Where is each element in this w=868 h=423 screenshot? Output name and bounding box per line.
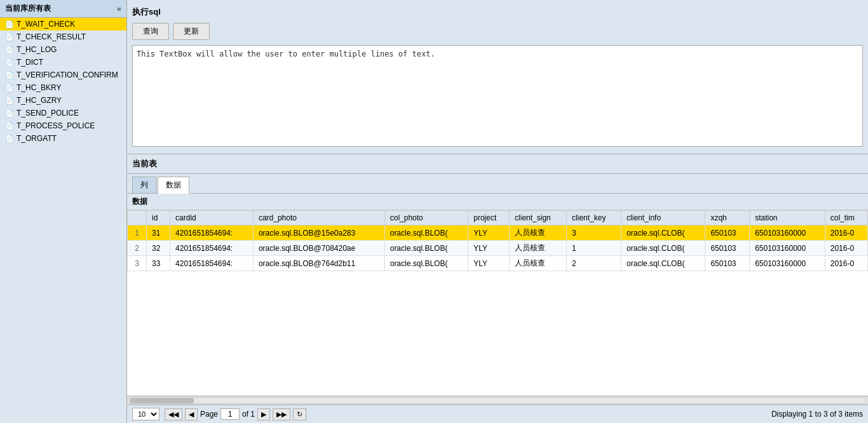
current-table-section: 当前表 列 数据 数据 id cardid card_photo col_pho… [127, 154, 868, 423]
sidebar-item-label: T_DICT [17, 58, 43, 67]
cell-col_tim: 2016-0 [825, 225, 867, 241]
cell-cardid: 4201651854694: [170, 225, 254, 241]
sidebar-item-label: T_ORGATT [17, 134, 57, 143]
cell-cardid: 4201651854694: [170, 241, 254, 256]
cell-col_tim: 2016-0 [825, 241, 867, 256]
cell-card_photo: oracle.sql.BLOB@764d2b11 [253, 256, 384, 271]
col-header-rownum [128, 211, 147, 225]
scrollbar-track [130, 398, 865, 404]
sidebar-item-label: T_HC_LOG [17, 45, 57, 54]
execute-sql-section: 执行sql 查询 更新 This TextBox will allow the … [127, 0, 868, 154]
page-of-label: of 1 [242, 410, 255, 419]
last-page-btn[interactable]: ▶▶ [273, 408, 290, 420]
cell-col_photo: oracle.sql.BLOB( [384, 241, 468, 256]
table-icon: 📄 [5, 58, 14, 67]
table-icon: 📄 [5, 135, 14, 143]
cell-rownum: 1 [128, 225, 147, 241]
table-icon: 📄 [5, 71, 14, 79]
cell-id: 33 [147, 256, 170, 271]
table-icon: 📄 [5, 97, 14, 105]
sidebar-item-t_send_police[interactable]: 📄T_SEND_POLICE [0, 107, 126, 119]
cell-col_photo: oracle.sql.BLOB( [384, 256, 468, 271]
pagination-status: Displaying 1 to 3 of 3 items [771, 410, 863, 419]
cell-col_photo: oracle.sql.BLOB( [384, 225, 468, 241]
sidebar-item-label: T_VERIFICATION_CONFIRM [17, 70, 118, 79]
sidebar-item-t_dict[interactable]: 📄T_DICT [0, 56, 126, 69]
data-section-label: 数据 [127, 194, 868, 210]
sidebar-title: 当前库所有表 [5, 3, 51, 14]
scrollbar-thumb[interactable] [130, 398, 194, 403]
cell-project: YLY [468, 225, 510, 241]
cell-xzqh: 650103 [705, 225, 750, 241]
sidebar-item-t_hc_gzry[interactable]: 📄T_HC_GZRY [0, 94, 126, 107]
sidebar-item-label: T_SEND_POLICE [17, 109, 79, 117]
cell-xzqh: 650103 [705, 241, 750, 256]
col-header-station: station [750, 211, 825, 225]
cell-col_tim: 2016-0 [825, 256, 867, 271]
sidebar-list: 📄T_WAIT_CHECK📄T_CHECK_RESULT📄T_HC_LOG📄T_… [0, 18, 126, 423]
page-input[interactable] [220, 408, 240, 420]
tab-data[interactable]: 数据 [158, 177, 189, 194]
col-header-xzqh: xzqh [705, 211, 750, 225]
col-header-id: id [147, 211, 170, 225]
sidebar-item-t_orgatt[interactable]: 📄T_ORGATT [0, 132, 126, 145]
table-icon: 📄 [5, 46, 14, 54]
table-icon: 📄 [5, 122, 14, 130]
sidebar-item-t_wait_check[interactable]: 📄T_WAIT_CHECK [0, 18, 126, 30]
sidebar-header: 当前库所有表 « [0, 0, 126, 18]
cell-cardid: 4201651854694: [170, 256, 254, 271]
sidebar-item-t_process_police[interactable]: 📄T_PROCESS_POLICE [0, 119, 126, 132]
refresh-btn[interactable]: ↻ [293, 408, 306, 420]
table-header: id cardid card_photo col_photo project c… [128, 211, 868, 225]
cell-rownum: 3 [128, 256, 147, 271]
horizontal-scrollbar[interactable] [127, 396, 868, 405]
prev-page-btn[interactable]: ◀ [185, 408, 198, 420]
query-button[interactable]: 查询 [132, 23, 169, 40]
next-page-btn[interactable]: ▶ [257, 408, 270, 420]
sidebar-item-t_verification_confirm[interactable]: 📄T_VERIFICATION_CONFIRM [0, 69, 126, 81]
table-body: 1 31 4201651854694: oracle.sql.BLOB@15e0… [128, 225, 868, 271]
col-header-col_tim: col_tim [825, 211, 867, 225]
tabs: 列 数据 [127, 174, 868, 194]
col-header-client_info: client_info [621, 211, 705, 225]
first-page-btn[interactable]: ◀◀ [165, 408, 182, 420]
page-label: Page [200, 410, 218, 419]
cell-client_sign: 人员核查 [510, 256, 567, 271]
col-header-project: project [468, 211, 510, 225]
sidebar: 当前库所有表 « 📄T_WAIT_CHECK📄T_CHECK_RESULT📄T_… [0, 0, 127, 423]
sidebar-item-t_hc_log[interactable]: 📄T_HC_LOG [0, 43, 126, 56]
cell-station: 650103160000 [750, 256, 825, 271]
table-row[interactable]: 1 31 4201651854694: oracle.sql.BLOB@15e0… [128, 225, 868, 241]
cell-client_key: 1 [567, 241, 621, 256]
cell-station: 650103160000 [750, 225, 825, 241]
table-icon: 📄 [5, 84, 14, 92]
cell-client_sign: 人员核查 [510, 241, 567, 256]
sidebar-collapse-btn[interactable]: « [117, 4, 121, 13]
cell-card_photo: oracle.sql.BLOB@15e0a283 [253, 225, 384, 241]
col-header-cardid: cardid [170, 211, 254, 225]
cell-station: 650103160000 [750, 241, 825, 256]
cell-id: 32 [147, 241, 170, 256]
sidebar-item-t_check_result[interactable]: 📄T_CHECK_RESULT [0, 30, 126, 43]
cell-client_sign: 人员核查 [510, 225, 567, 241]
cell-rownum: 2 [128, 241, 147, 256]
sidebar-item-label: T_WAIT_CHECK [17, 20, 75, 29]
data-table-container: id cardid card_photo col_photo project c… [127, 210, 868, 396]
table-row[interactable]: 2 32 4201651854694: oracle.sql.BLOB@7084… [128, 241, 868, 256]
cell-client_key: 2 [567, 256, 621, 271]
sidebar-item-label: T_HC_GZRY [17, 96, 62, 105]
page-size-select[interactable]: 10 25 50 [132, 408, 159, 420]
cell-client_info: oracle.sql.CLOB( [621, 241, 705, 256]
col-header-col_photo: col_photo [384, 211, 468, 225]
data-table: id cardid card_photo col_photo project c… [127, 210, 868, 271]
cell-client_info: oracle.sql.CLOB( [621, 225, 705, 241]
table-row[interactable]: 3 33 4201651854694: oracle.sql.BLOB@764d… [128, 256, 868, 271]
sql-textarea[interactable]: This TextBox will allow the user to ente… [132, 45, 863, 147]
cell-card_photo: oracle.sql.BLOB@708420ae [253, 241, 384, 256]
table-icon: 📄 [5, 109, 14, 117]
sidebar-item-label: T_PROCESS_POLICE [17, 121, 95, 130]
sidebar-item-t_hc_bkry[interactable]: 📄T_HC_BKRY [0, 81, 126, 94]
col-header-client_key: client_key [567, 211, 621, 225]
tab-columns[interactable]: 列 [132, 177, 156, 193]
update-button[interactable]: 更新 [173, 23, 210, 40]
